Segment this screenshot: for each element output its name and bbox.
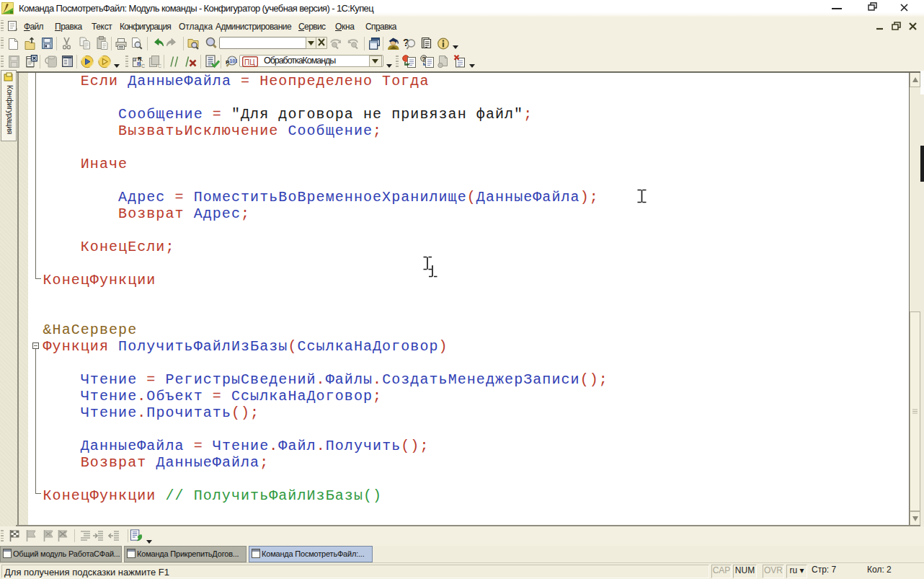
svg-text:C: C [141, 63, 145, 68]
svg-text:C: C [158, 63, 161, 68]
svg-text:ПЦ: ПЦ [244, 58, 255, 66]
svg-text:101: 101 [230, 58, 238, 63]
